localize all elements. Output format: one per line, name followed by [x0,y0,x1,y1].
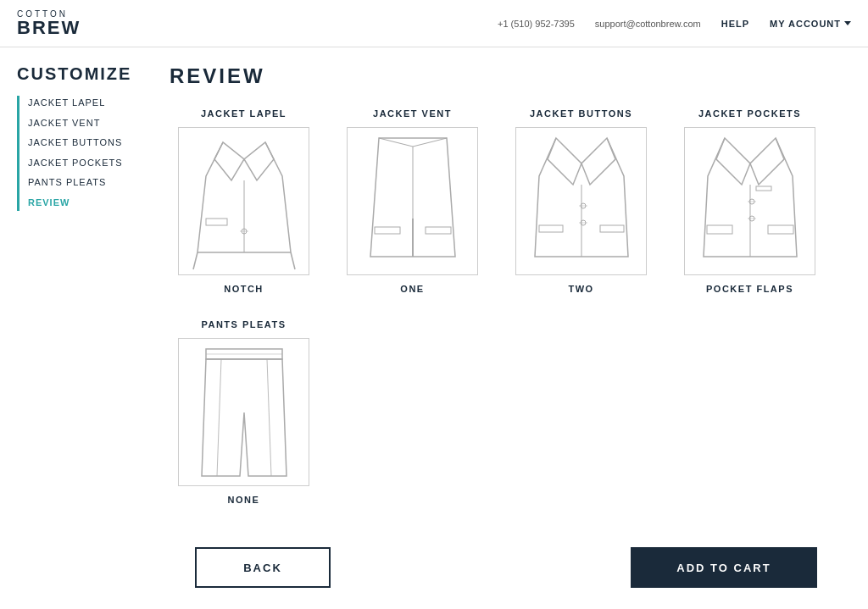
jacket-vent-cell: JACKET VENT [338,108,487,294]
account-label: MY ACCOUNT [770,19,841,29]
add-to-cart-button[interactable]: ADD TO CART [631,547,817,588]
sidebar-item-jacket-pockets[interactable]: JACKET POCKETS [28,156,134,171]
svg-line-5 [413,138,447,147]
chevron-down-icon [844,21,851,25]
jacket-pockets-image [684,127,815,275]
content-area: REVIEW JACKET LAPEL [144,47,868,609]
bottom-bar: BACK ADD TO CART [170,530,843,605]
jacket-buttons-sublabel: TWO [568,284,593,294]
svg-rect-15 [539,225,563,232]
jacket-lapel-image [178,127,309,275]
jacket-buttons-image [515,127,647,275]
logo-brew: BREW [17,19,81,37]
sidebar-item-review[interactable]: REVIEW [28,196,134,211]
account-menu[interactable]: MY ACCOUNT [770,19,851,29]
svg-rect-23 [768,225,793,234]
jacket-vent-image [347,127,478,275]
svg-rect-24 [756,186,771,191]
pants-pleats-label: PANTS PLEATS [201,319,286,329]
pants-pleats-cell: PANTS PLEATS NONE [170,319,318,505]
pants-pleats-sublabel: NONE [228,495,260,505]
svg-rect-16 [600,225,624,232]
svg-rect-22 [707,225,732,234]
svg-rect-9 [426,227,451,234]
sidebar-item-pants-pleats[interactable]: PANTS PLEATS [28,175,134,191]
sidebar-item-jacket-vent[interactable]: JACKET VENT [28,116,134,131]
svg-rect-8 [375,227,400,234]
header-right: +1 (510) 952-7395 support@cottonbrew.com… [498,19,851,29]
jacket-lapel-cell: JACKET LAPEL [170,108,318,294]
jacket-pockets-label: JACKET POCKETS [698,108,801,119]
main-layout: CUSTOMIZE JACKET LAPEL JACKET VENT JACKE… [0,47,868,609]
sidebar-title: CUSTOMIZE [17,64,134,84]
help-link[interactable]: HELP [721,19,749,29]
pants-pleats-image [178,338,309,486]
svg-line-27 [267,359,271,476]
jacket-buttons-label: JACKET BUTTONS [530,108,632,119]
jacket-buttons-cell: JACKET BUTTONS [507,108,655,294]
sidebar-nav: JACKET LAPEL JACKET VENT JACKET BUTTONS … [17,96,134,211]
sidebar: CUSTOMIZE JACKET LAPEL JACKET VENT JACKE… [0,47,144,609]
review-title: REVIEW [170,64,843,88]
sidebar-item-jacket-lapel[interactable]: JACKET LAPEL [28,96,134,111]
review-row-2: PANTS PLEATS NONE [170,319,843,505]
jacket-vent-label: JACKET VENT [373,108,452,119]
back-button[interactable]: BACK [195,547,331,588]
jacket-lapel-label: JACKET LAPEL [201,108,287,119]
svg-rect-1 [206,219,227,225]
svg-line-26 [217,359,221,476]
svg-line-4 [379,138,413,147]
phone-number: +1 (510) 952-7395 [498,19,575,29]
email-address: support@cottonbrew.com [595,19,701,29]
jacket-vent-sublabel: ONE [400,284,424,294]
logo: COTTON BREW [17,10,81,37]
jacket-lapel-sublabel: NOTCH [224,284,264,294]
header: COTTON BREW +1 (510) 952-7395 support@co… [0,0,868,47]
jacket-pockets-cell: JACKET POCKETS [676,108,824,294]
jacket-pockets-sublabel: POCKET FLAPS [706,284,793,294]
review-row-1: JACKET LAPEL [170,108,843,294]
sidebar-item-jacket-buttons[interactable]: JACKET BUTTONS [28,136,134,151]
